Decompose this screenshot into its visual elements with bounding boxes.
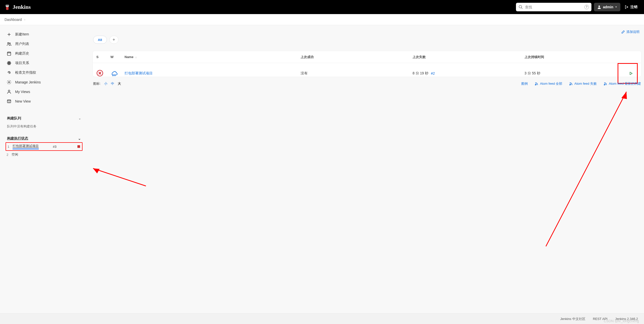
user-menu[interactable]: admin	[594, 3, 620, 11]
logout-icon	[624, 5, 629, 9]
job-name-link[interactable]: 打包部署测试项目	[125, 71, 153, 75]
status-cell	[96, 70, 110, 77]
build-queue-header[interactable]: 构建队列 ⌄	[6, 115, 83, 122]
build-queue-section: 构建队列 ⌄ 队列中没有构建任务	[2, 112, 86, 133]
svg-point-2	[6, 5, 7, 6]
sidebar-item-label: 构建历史	[15, 51, 29, 56]
breadcrumb: Dashboard ›	[0, 14, 644, 25]
chevron-down-icon: ⌄	[78, 117, 81, 120]
brand-link[interactable]: Jenkins	[4, 3, 31, 11]
sidebar: 新建Item 用户列表 构建历史 项目关系 检查文件指纹 Manage Jenk…	[0, 25, 88, 164]
last-failure-build-link[interactable]: #2	[431, 71, 435, 75]
history-icon	[7, 51, 12, 56]
user-icon	[597, 5, 601, 9]
chevron-down-icon	[615, 6, 617, 8]
icon-size-large[interactable]: 大	[118, 81, 121, 86]
svg-point-11	[9, 43, 10, 44]
sidebar-item-label: New View	[15, 99, 31, 103]
svg-point-10	[8, 42, 9, 44]
svg-point-20	[9, 82, 10, 83]
add-description-link[interactable]: 添加说明	[621, 30, 639, 34]
atom-icon	[7, 61, 12, 66]
sidebar-item-fingerprint[interactable]: 检查文件指纹	[4, 68, 84, 77]
executor-index: 2	[7, 153, 10, 157]
sidebar-item-new-item[interactable]: 新建Item	[4, 30, 84, 39]
sidebar-item-project-rel[interactable]: 项目关系	[4, 58, 84, 68]
breadcrumb-dashboard[interactable]: Dashboard	[5, 18, 22, 22]
search-input[interactable]	[525, 5, 582, 9]
executors-header[interactable]: 构建执行状态 ⌄	[6, 135, 83, 142]
sidebar-item-new-view[interactable]: New View	[4, 97, 84, 106]
build-queue-title: 构建队列	[7, 116, 21, 121]
feed-all[interactable]: Atom feed 全部	[535, 81, 562, 86]
col-name[interactable]: Name ↓	[125, 55, 301, 59]
icon-size-medium[interactable]: 中	[111, 81, 114, 86]
fingerprint-icon	[7, 70, 12, 75]
svg-point-33	[535, 84, 536, 85]
chevron-right-icon: ›	[24, 18, 25, 21]
col-last-failure[interactable]: 上次失败	[413, 55, 525, 59]
new-window-icon	[7, 99, 12, 104]
rss-icon	[535, 82, 538, 85]
sidebar-item-build-history[interactable]: 构建历史	[4, 49, 84, 58]
jenkins-logo-icon	[4, 3, 11, 11]
table-header: S W Name ↓ 上次成功 上次失败 上次持续时间	[93, 51, 641, 63]
tab-new[interactable]: +	[109, 36, 118, 44]
col-last-success[interactable]: 上次成功	[301, 55, 413, 59]
edit-icon	[621, 30, 625, 34]
weather-cell	[110, 70, 125, 77]
svg-rect-1	[6, 7, 9, 10]
icon-size-small[interactable]: 小	[104, 81, 107, 86]
stop-icon[interactable]	[77, 145, 80, 148]
feed-failed[interactable]: Atom feed 失败	[569, 81, 597, 86]
col-last-duration[interactable]: 上次持续时间	[525, 55, 618, 59]
tab-all[interactable]: All	[93, 36, 107, 44]
sidebar-item-label: My Views	[15, 90, 30, 94]
sidebar-item-label: 用户列表	[15, 42, 29, 46]
last-success-cell: 没有	[301, 71, 413, 76]
svg-point-16	[9, 63, 9, 63]
svg-point-7	[598, 6, 600, 7]
executors-title: 构建执行状态	[7, 136, 28, 141]
svg-point-3	[8, 5, 8, 6]
rss-icon	[569, 82, 573, 85]
last-failure-cell: 8 分 19 秒 #2	[413, 71, 525, 76]
user-icon	[7, 89, 12, 94]
last-duration-cell: 3 分 55 秒	[525, 71, 618, 76]
header: Jenkins ? admin 注销	[0, 0, 644, 14]
sidebar-item-manage[interactable]: Manage Jenkins	[4, 77, 84, 87]
main-content: 添加说明 All + S W Name ↓ 上次成功 上次失败 上次持续时间	[88, 25, 644, 164]
sidebar-item-label: 项目关系	[15, 61, 29, 65]
run-build-button[interactable]	[626, 69, 635, 78]
legend-link[interactable]: 图例	[521, 81, 528, 86]
feeds: 图例 Atom feed 全部 Atom feed 失败 Atom feed 最…	[521, 81, 641, 86]
logout-button[interactable]: 注销	[622, 3, 640, 11]
executor-item-running[interactable]: 1 打包部署测试项目 #3	[6, 142, 83, 151]
table-row: 打包部署测试项目 没有 8 分 19 秒 #2 3 分 55 秒	[93, 63, 641, 77]
col-w[interactable]: W	[110, 55, 125, 59]
executor-build-num: #3	[53, 145, 56, 149]
sidebar-item-label: 检查文件指纹	[15, 70, 36, 75]
svg-line-6	[521, 8, 522, 9]
search-box[interactable]: ?	[516, 3, 591, 11]
status-failed-icon	[96, 70, 103, 77]
col-s[interactable]: S	[96, 55, 110, 59]
help-icon[interactable]: ?	[584, 5, 589, 9]
chevron-down-icon: ⌄	[78, 136, 81, 141]
feed-latest[interactable]: Atom feed 最新的构建	[604, 81, 641, 86]
icon-size-selector: 图标: 小 中 大	[93, 81, 121, 86]
search-icon	[518, 5, 523, 9]
svg-rect-26	[77, 145, 80, 148]
plus-icon	[7, 32, 12, 37]
sidebar-item-label: 新建Item	[15, 32, 29, 37]
logout-label: 注销	[630, 5, 637, 9]
sidebar-item-people[interactable]: 用户列表	[4, 39, 84, 49]
svg-rect-4	[6, 4, 9, 5]
user-name: admin	[603, 5, 613, 9]
executor-job-link[interactable]: 打包部署测试项目	[13, 144, 39, 149]
bottom-row: 图标: 小 中 大 图例 Atom feed 全部 Atom feed 失败 A…	[93, 81, 641, 86]
svg-point-35	[604, 84, 605, 85]
rss-icon	[604, 82, 607, 85]
sidebar-item-my-views[interactable]: My Views	[4, 87, 84, 97]
weather-storm-icon	[110, 70, 118, 76]
